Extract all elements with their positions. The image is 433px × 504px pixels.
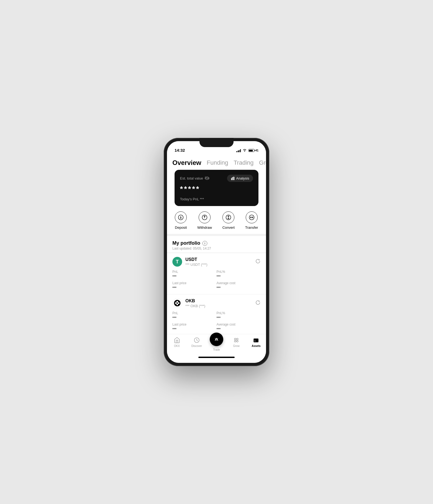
okb-details: PnL *** PnL% *** Last price *** Average … <box>172 311 261 331</box>
usdt-pnl-value: *** <box>172 274 216 278</box>
portfolio-updated: Last updated: 05/05, 14:27 <box>172 247 261 250</box>
status-time: 14:32 <box>175 148 185 152</box>
svg-rect-28 <box>254 341 255 341</box>
convert-label: Convert <box>222 226 235 230</box>
portfolio-section: My portfolio i Last updated: 05/05, 14:2… <box>167 236 266 253</box>
okb-logo <box>172 298 182 308</box>
asset-item-usdt[interactable]: T USDT *** USDT (***) <box>167 253 266 294</box>
nav-grow[interactable]: Grow <box>227 337 246 347</box>
nav-trade[interactable]: Trade <box>206 337 226 351</box>
balance-label-row: Est. total value <box>180 176 209 181</box>
okb-pnl-item: PnL *** <box>172 311 216 320</box>
svg-rect-2 <box>232 178 233 180</box>
usdt-pnlpct-value: *** <box>216 274 261 278</box>
est-total-label: Est. total value <box>180 176 203 180</box>
home-icon <box>174 337 180 343</box>
scroll-content[interactable]: Overview Funding Trading Grow Est. total… <box>167 155 266 334</box>
tab-grow[interactable]: Grow <box>259 159 266 166</box>
nav-assets-label: Assets <box>252 344 261 347</box>
svg-point-24 <box>234 340 236 342</box>
nav-tabs: Overview Funding Trading Grow <box>167 155 266 170</box>
svg-point-23 <box>237 338 238 340</box>
okb-pnlpct-label: PnL% <box>216 311 261 315</box>
usdt-logo: T <box>172 257 182 267</box>
analysis-label: Analysis <box>236 176 249 180</box>
okb-pnl-value: *** <box>172 316 216 320</box>
svg-rect-26 <box>254 339 258 342</box>
convert-icon <box>222 211 234 223</box>
transfer-action[interactable]: Transfer <box>245 211 258 230</box>
tab-overview[interactable]: Overview <box>172 159 201 167</box>
trade-button[interactable] <box>210 333 223 346</box>
nav-discover-label: Discover <box>191 344 202 347</box>
usdt-header: T USDT *** USDT (***) <box>172 257 261 267</box>
svg-rect-1 <box>231 178 232 180</box>
pnl-row: Today's PnL *** <box>180 197 253 201</box>
usdt-lastprice-value: *** <box>172 286 216 290</box>
transfer-icon <box>246 211 258 223</box>
usdt-amount: *** USDT (***) <box>185 263 207 267</box>
svg-point-14 <box>178 302 179 304</box>
convert-action[interactable]: Convert <box>222 211 235 230</box>
okb-symbol: OKB <box>185 299 205 303</box>
svg-point-15 <box>176 301 178 303</box>
nav-discover[interactable]: Discover <box>187 337 206 347</box>
okb-left: OKB *** OKB (***) <box>172 298 205 308</box>
okb-pnl-label: PnL <box>172 311 216 315</box>
deposit-action[interactable]: Deposit <box>175 211 187 230</box>
usdt-pnl-item: PnL *** <box>172 270 216 278</box>
nav-assets[interactable]: Assets <box>246 337 266 347</box>
deposit-icon <box>175 211 187 223</box>
okb-avgcost-value: *** <box>216 327 261 331</box>
okb-avgcost-label: Average cost <box>216 323 261 326</box>
transfer-label: Transfer <box>245 226 258 230</box>
usdt-lastprice-item: Last price *** <box>172 281 216 290</box>
withdraw-label: Withdraw <box>197 226 212 230</box>
usdt-left: T USDT *** USDT (***) <box>172 257 207 267</box>
phone-screen: 14:32 41 <box>167 141 266 363</box>
okb-header: OKB *** OKB (***) <box>172 298 261 308</box>
svg-point-16 <box>176 304 178 305</box>
okb-refresh-icon[interactable] <box>255 300 261 307</box>
discover-icon <box>193 337 200 343</box>
tab-trading[interactable]: Trading <box>234 159 254 166</box>
pnl-label: Today's PnL <box>180 197 199 201</box>
okb-avgcost-item: Average cost *** <box>216 323 261 331</box>
signal-icon <box>236 149 241 152</box>
usdt-details: PnL *** PnL% *** Last price *** Average … <box>172 270 261 290</box>
analysis-button[interactable]: Analysis <box>227 175 253 182</box>
grow-icon <box>233 337 240 343</box>
trade-icon <box>213 336 220 343</box>
notch <box>199 138 234 147</box>
withdraw-icon <box>199 211 211 223</box>
deposit-label: Deposit <box>175 226 187 230</box>
hide-balance-icon[interactable] <box>205 176 209 181</box>
tab-funding[interactable]: Funding <box>207 159 228 166</box>
pnl-value: *** <box>200 197 204 201</box>
asset-item-okb[interactable]: OKB *** OKB (***) PnL *** <box>167 294 266 334</box>
wifi-icon <box>242 148 247 152</box>
phone-frame: 14:32 41 <box>164 138 269 366</box>
okb-pnlpct-value: *** <box>216 316 261 320</box>
usdt-avgcost-label: Average cost <box>216 281 261 285</box>
balance-header: Est. total value <box>180 175 253 182</box>
svg-rect-3 <box>234 177 234 180</box>
nav-okx-label: OKX <box>174 344 180 347</box>
nav-okx[interactable]: OKX <box>167 337 187 347</box>
okb-pnlpct-item: PnL% *** <box>216 311 261 320</box>
home-indicator-area <box>167 356 266 363</box>
usdt-symbol: USDT <box>185 257 207 262</box>
usdt-avgcost-value: *** <box>216 286 261 290</box>
svg-rect-27 <box>254 339 258 340</box>
withdraw-action[interactable]: Withdraw <box>197 211 212 230</box>
okb-info: OKB *** OKB (***) <box>185 299 205 308</box>
action-row: Deposit Withdraw <box>167 206 266 234</box>
okb-lastprice-item: Last price *** <box>172 323 216 331</box>
portfolio-info-icon[interactable]: i <box>202 241 207 246</box>
okb-lastprice-value: *** <box>172 327 216 331</box>
usdt-refresh-icon[interactable] <box>255 258 261 265</box>
balance-amount: ***** <box>180 185 253 193</box>
bottom-nav: OKX Discover Trade <box>167 334 266 356</box>
usdt-pnl-label: PnL <box>172 270 216 274</box>
svg-point-22 <box>234 338 236 340</box>
